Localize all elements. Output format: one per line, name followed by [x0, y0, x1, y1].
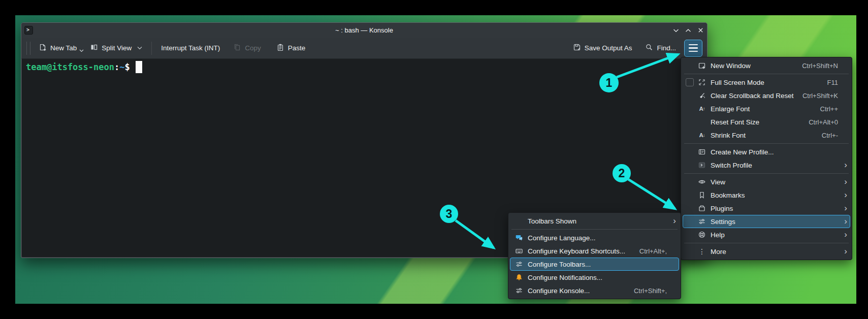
- menu-item-enlarge-font[interactable]: A↑ Enlarge Font Ctrl++: [683, 102, 850, 115]
- menu-item-create-new-profile[interactable]: Create New Profile...: [683, 145, 850, 158]
- menu-item-configure-language[interactable]: Configure Language...: [510, 231, 679, 244]
- menu-item-more[interactable]: ⋮ More ›: [683, 245, 850, 258]
- shrink-font-icon: A↓: [698, 131, 706, 139]
- interrupt-task-label: Interrupt Task (INT): [161, 44, 220, 52]
- menu-item-toolbars-shown[interactable]: Toolbars Shown ›: [510, 214, 679, 228]
- window-title: ~ : bash — Konsole: [21, 26, 707, 34]
- chevron-right-icon: ›: [669, 217, 676, 225]
- menu-item-full-screen-mode[interactable]: Full Screen Mode F11: [683, 76, 850, 89]
- copy-icon: [233, 43, 241, 53]
- save-output-as-label: Save Output As: [585, 44, 632, 52]
- hamburger-menu-button[interactable]: [684, 40, 702, 57]
- configure-konsole-sliders-icon: [515, 286, 523, 295]
- new-window-icon: [698, 61, 706, 70]
- eye-icon: [698, 178, 706, 186]
- menu-item-new-window[interactable]: New Window Ctrl+Shift+N: [683, 59, 850, 72]
- new-tab-label: New Tab: [50, 44, 77, 52]
- chevron-right-icon: ›: [840, 205, 847, 212]
- settings-submenu: Toolbars Shown › Configure Language... C…: [508, 212, 681, 299]
- notification-bell-icon: [515, 273, 523, 281]
- window-controls: [672, 23, 704, 38]
- menu-item-clear-scrollback[interactable]: Clear Scrollback and Reset Ctrl+Shift+K: [683, 89, 850, 102]
- chevron-right-icon: ›: [840, 248, 847, 255]
- hamburger-menu: New Window Ctrl+Shift+N Full Screen Mode…: [681, 57, 852, 260]
- menu-item-settings[interactable]: Settings ›: [683, 215, 850, 228]
- more-vertical-icon: ⋮: [698, 247, 706, 256]
- find-button[interactable]: Find...: [642, 40, 679, 56]
- help-icon: [698, 231, 706, 239]
- split-view-icon: [90, 43, 98, 53]
- menu-item-configure-notifications[interactable]: Configure Notifications...: [510, 271, 679, 284]
- split-view-button[interactable]: Split View: [87, 40, 145, 56]
- copy-button[interactable]: Copy: [230, 40, 264, 56]
- terminal-cursor: [136, 61, 142, 73]
- bookmark-icon: [698, 191, 706, 199]
- plugins-box-icon: [698, 204, 706, 212]
- language-bubbles-icon: [515, 234, 523, 242]
- menu-item-bookmarks[interactable]: Bookmarks ›: [683, 188, 850, 202]
- terminal-profile-icon: [698, 161, 706, 169]
- screenshot-canvas: > ~ : bash — Konsole New Tab Split View: [0, 0, 868, 319]
- toolbar-drag-handle[interactable]: [26, 42, 30, 55]
- prompt-symbol: $: [125, 62, 130, 72]
- keyboard-icon: [515, 247, 523, 255]
- minimize-icon[interactable]: [672, 27, 680, 34]
- chevron-right-icon: ›: [840, 218, 847, 225]
- menu-item-switch-profile[interactable]: Switch Profile ›: [683, 158, 850, 172]
- toolbar: New Tab Split View Interrupt Task (INT) …: [21, 38, 707, 59]
- new-profile-icon: [698, 148, 706, 156]
- enlarge-font-icon: A↑: [698, 105, 706, 113]
- menu-separator: [511, 229, 678, 230]
- paste-button[interactable]: Paste: [273, 40, 309, 56]
- menu-item-shrink-font[interactable]: A↓ Shrink Font Ctrl+-: [683, 129, 850, 142]
- chevron-down-icon: [79, 49, 84, 52]
- save-icon: [573, 43, 581, 53]
- titlebar[interactable]: > ~ : bash — Konsole: [21, 23, 707, 38]
- menu-separator: [684, 243, 849, 243]
- configure-toolbars-sliders-icon: [515, 260, 523, 268]
- clear-history-icon: [698, 91, 706, 100]
- menu-item-configure-keyboard-shortcuts[interactable]: Configure Keyboard Shortcuts... Ctrl+Alt…: [510, 244, 679, 258]
- chevron-down-icon: [137, 46, 142, 50]
- close-icon[interactable]: [697, 27, 704, 34]
- menu-separator: [684, 143, 849, 144]
- copy-label: Copy: [245, 44, 261, 52]
- find-label: Find...: [657, 44, 676, 52]
- fullscreen-checkbox[interactable]: [686, 78, 694, 86]
- menu-item-help[interactable]: Help ›: [683, 228, 850, 241]
- chevron-right-icon: ›: [840, 192, 847, 199]
- paste-icon: [276, 43, 284, 53]
- settings-sliders-icon: [698, 217, 706, 226]
- prompt-separator: :: [114, 62, 119, 72]
- menu-item-configure-konsole[interactable]: Configure Konsole... Ctrl+Shift+,: [510, 284, 679, 297]
- fullscreen-icon: [698, 78, 706, 86]
- menu-item-plugins[interactable]: Plugins ›: [683, 202, 850, 215]
- prompt-path: ~: [119, 62, 124, 72]
- menu-separator: [684, 74, 849, 74]
- menu-item-reset-font-size[interactable]: Reset Font Size Ctrl+Alt+0: [683, 115, 850, 129]
- prompt-user: team@itsfoss-neon: [26, 62, 114, 72]
- chevron-right-icon: ›: [840, 162, 847, 169]
- new-tab-icon: [39, 43, 47, 53]
- search-icon: [645, 43, 653, 53]
- save-output-as-button[interactable]: Save Output As: [570, 40, 635, 56]
- chevron-right-icon: ›: [840, 178, 847, 185]
- menu-item-configure-toolbars[interactable]: Configure Toolbars...: [510, 258, 679, 271]
- interrupt-task-button[interactable]: Interrupt Task (INT): [158, 40, 223, 56]
- maximize-icon[interactable]: [685, 27, 692, 34]
- split-view-label: Split View: [102, 44, 132, 52]
- menu-item-view[interactable]: View ›: [683, 175, 850, 188]
- menu-separator: [684, 173, 849, 174]
- toolbar-separator: [151, 42, 152, 55]
- new-tab-button[interactable]: New Tab: [36, 40, 87, 56]
- chevron-right-icon: ›: [840, 231, 847, 238]
- paste-label: Paste: [288, 44, 306, 52]
